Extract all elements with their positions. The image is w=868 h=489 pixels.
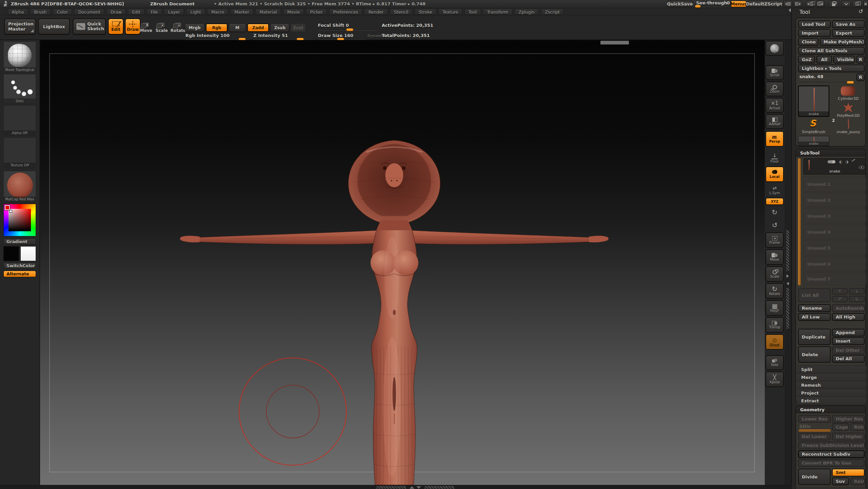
main-color-swatch[interactable] xyxy=(3,246,19,261)
subtool-item-unused[interactable]: Unused 6 xyxy=(803,256,866,271)
left-tray-toggle-button[interactable] xyxy=(783,1,792,7)
subtool-item-snake[interactable]: ◐ ◑ snake xyxy=(803,158,866,175)
rotate-3d-button[interactable]: ↻ Rotate xyxy=(765,283,784,299)
menu-layer[interactable]: Layer xyxy=(164,8,184,15)
subtool-header[interactable]: SubTool xyxy=(796,149,865,157)
geometry-header[interactable]: Geometry xyxy=(796,406,865,413)
clone-button[interactable]: Clone xyxy=(798,38,818,46)
lightbox-button[interactable]: LightBox xyxy=(38,18,70,35)
move-mode-button[interactable]: M Move xyxy=(140,22,152,33)
tool-thumb-polymesh3d[interactable]: PolyMesh3D xyxy=(831,103,865,119)
edit-mode-button[interactable]: Edit xyxy=(108,18,124,35)
panel-collapse-icon[interactable] xyxy=(789,8,791,12)
draw-size-slider[interactable] xyxy=(318,39,365,40)
smt-button[interactable]: Smt xyxy=(832,469,865,476)
subtool-up-button[interactable]: ↑ xyxy=(832,288,848,294)
divider-open-icon[interactable] xyxy=(786,274,789,278)
scroll-button[interactable]: Scroll xyxy=(765,65,784,80)
export-button[interactable]: Export xyxy=(832,29,865,37)
menus-toggle-button[interactable]: Menus xyxy=(731,1,746,7)
mrgb-button[interactable]: Mrgb xyxy=(185,23,204,32)
actual-size-button[interactable]: ×1 Actual xyxy=(765,98,784,113)
rstr-button[interactable]: Rstr xyxy=(850,423,865,431)
right-tray-divider[interactable] xyxy=(784,40,791,485)
autoreorder-button[interactable]: AutoReorder xyxy=(832,304,865,312)
subtool-scrollbar[interactable] xyxy=(798,158,801,285)
menu-picker[interactable]: Picker xyxy=(306,8,327,15)
lightbox-tools-button[interactable]: Lightbox ▸ Tools xyxy=(798,65,865,72)
del-lower-button[interactable]: Del Lower xyxy=(798,433,831,440)
alternate-button[interactable]: Alternate xyxy=(3,271,36,277)
document-canvas[interactable] xyxy=(40,40,765,485)
rename-button[interactable]: Rename xyxy=(798,304,831,312)
bpr-render-button[interactable]: BPR xyxy=(765,41,784,56)
reconstruct-subdiv-button[interactable]: Reconstruct Subdiv xyxy=(798,450,865,458)
menu-macro[interactable]: Macro xyxy=(207,8,228,15)
quicksave-button[interactable]: QuickSave xyxy=(667,1,693,7)
divider-grip[interactable] xyxy=(376,486,406,489)
lock-button[interactable] xyxy=(829,1,839,7)
del-all-button[interactable]: Del All xyxy=(832,355,865,363)
current-brush-thumbnail[interactable]: Move Topological xyxy=(3,41,36,73)
cage-button[interactable]: Cage xyxy=(832,423,849,431)
tool-item-slider[interactable] xyxy=(799,82,854,83)
lower-res-button[interactable]: Lower Res xyxy=(798,415,831,423)
tool-reset-icon[interactable]: ↺ xyxy=(858,8,863,15)
m-button[interactable]: M xyxy=(229,23,246,32)
subtool-item-unused[interactable]: Unused 3 xyxy=(803,209,866,223)
subtool-moveup-button[interactable]: ↱ xyxy=(832,296,848,302)
xpose-button[interactable]: ╳ Xpose xyxy=(765,372,784,387)
tool-item-knob[interactable] xyxy=(847,81,854,84)
xyz-button[interactable]: XYZ xyxy=(765,198,784,205)
tool-thumb-simplebrush[interactable]: S SimpleBrush xyxy=(798,119,829,135)
ghost-button[interactable]: ⊘ Ghost xyxy=(765,334,784,350)
restore-button[interactable] xyxy=(852,1,862,7)
color-picker[interactable] xyxy=(3,204,36,236)
defaultzscript-button[interactable]: DefaultZScript xyxy=(748,1,780,7)
make-polymesh3d-button[interactable]: Make PolyMesh3D xyxy=(820,38,865,46)
aahalf-button[interactable]: AAHalf xyxy=(765,114,784,129)
divider-grip[interactable] xyxy=(786,230,789,271)
subtool-item-unused[interactable]: Unused 5 xyxy=(803,240,866,255)
suv-button[interactable]: Suv xyxy=(832,477,849,485)
current-alpha-thumbnail[interactable]: Alpha Off xyxy=(3,105,36,136)
menu-file[interactable]: File xyxy=(147,8,162,15)
menu-zplugin[interactable]: Zplugin xyxy=(514,8,539,15)
projection-master-button[interactable]: Projection Master xyxy=(4,18,36,35)
perspective-button[interactable]: ▦ Persp xyxy=(765,131,784,147)
insert-button[interactable]: Insert xyxy=(832,337,865,345)
rotate-mode-button[interactable]: R Rotate xyxy=(170,22,186,33)
higher-res-button[interactable]: Higher Res xyxy=(832,415,865,423)
next-document-button[interactable] xyxy=(816,1,825,7)
bottom-tray-divider[interactable] xyxy=(0,485,792,489)
menu-tool[interactable]: Tool xyxy=(465,8,481,15)
rgb-button[interactable]: Rgb xyxy=(206,23,228,32)
current-stroke-thumbnail[interactable]: Dots xyxy=(3,74,36,104)
selected-tool-thumbnail[interactable]: snake xyxy=(798,86,829,117)
menu-material[interactable]: Material xyxy=(255,8,281,15)
rgb-intensity-slider[interactable] xyxy=(185,39,250,40)
save-as-button[interactable]: Save As xyxy=(832,20,865,28)
menu-stroke[interactable]: Stroke xyxy=(415,8,436,15)
gradient-button[interactable]: Gradient xyxy=(3,238,36,245)
subtool-down-button[interactable]: ↓ xyxy=(849,288,865,294)
seethrough-slider[interactable] xyxy=(695,6,723,7)
goz-visible-button[interactable]: Visible xyxy=(833,56,855,64)
append-button[interactable]: Append xyxy=(832,329,865,337)
divider-close-icon[interactable] xyxy=(786,282,789,285)
quick-sketch-button[interactable]: Quick Sketch xyxy=(73,18,106,35)
menu-marker[interactable]: Marker xyxy=(231,8,253,15)
sdiv-slider[interactable] xyxy=(799,429,831,432)
document-scrollbar-thumb[interactable] xyxy=(600,41,629,44)
subtool-remesh-row[interactable]: Remesh xyxy=(797,381,866,389)
clone-all-subtools-button[interactable]: Clone All SubTools xyxy=(798,47,865,55)
convert-bpr-button[interactable]: Convert BPR To Geo xyxy=(798,459,865,467)
subtool-split-row[interactable]: Split xyxy=(797,365,866,373)
zcut-button[interactable]: Zcut xyxy=(291,23,306,32)
seethrough-slider-knob[interactable] xyxy=(695,5,701,8)
edgeloop-row[interactable]: EdgeLoop xyxy=(797,488,866,489)
frame-button[interactable]: Frame xyxy=(765,232,784,248)
menu-brush[interactable]: Brush xyxy=(30,8,51,15)
tool-thumb-snake-pussy[interactable]: 2 snake_pussy xyxy=(831,119,865,135)
reuv-button[interactable]: ReUV xyxy=(850,477,865,485)
